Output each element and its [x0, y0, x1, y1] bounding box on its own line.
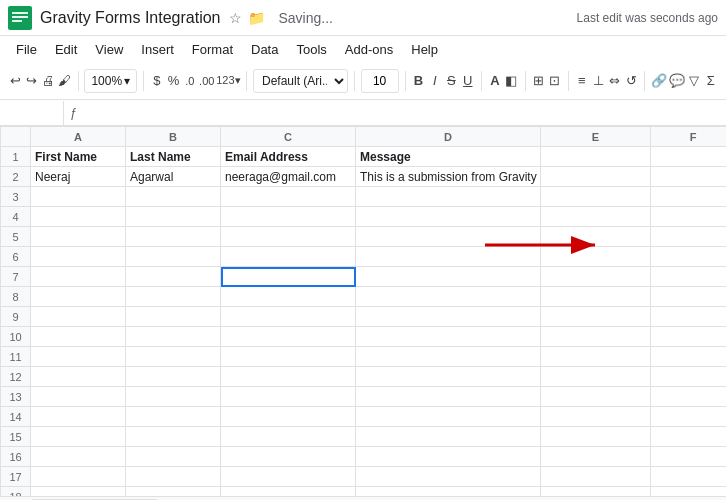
data-cell[interactable]	[31, 247, 126, 267]
data-cell[interactable]	[651, 407, 727, 427]
data-cell[interactable]	[541, 327, 651, 347]
data-cell[interactable]	[221, 407, 356, 427]
data-cell[interactable]	[126, 247, 221, 267]
data-cell[interactable]	[541, 347, 651, 367]
data-cell[interactable]	[126, 367, 221, 387]
data-cell[interactable]	[651, 367, 727, 387]
halign-button[interactable]: ≡	[575, 69, 589, 93]
data-cell[interactable]	[221, 267, 356, 287]
zoom-select[interactable]: 100% ▾	[84, 69, 137, 93]
data-cell[interactable]	[221, 347, 356, 367]
data-cell[interactable]	[31, 187, 126, 207]
data-cell[interactable]	[356, 467, 541, 487]
data-cell[interactable]	[221, 487, 356, 497]
menu-file[interactable]: File	[8, 40, 45, 59]
menu-insert[interactable]: Insert	[133, 40, 182, 59]
decimal-decrease-button[interactable]: .0	[183, 69, 197, 93]
paint-format-button[interactable]: 🖌	[57, 69, 71, 93]
star-icon[interactable]: ☆	[229, 10, 242, 26]
data-cell[interactable]	[221, 207, 356, 227]
data-cell[interactable]	[126, 467, 221, 487]
data-cell[interactable]	[31, 487, 126, 497]
col-header-c[interactable]: C	[221, 127, 356, 147]
col-header-b[interactable]: B	[126, 127, 221, 147]
data-cell[interactable]	[31, 367, 126, 387]
data-cell[interactable]	[541, 227, 651, 247]
data-cell[interactable]	[651, 347, 727, 367]
data-cell[interactable]	[221, 187, 356, 207]
data-cell[interactable]	[651, 447, 727, 467]
strikethrough-button[interactable]: S	[444, 69, 458, 93]
data-cell[interactable]	[126, 387, 221, 407]
data-cell[interactable]	[221, 387, 356, 407]
data-cell[interactable]	[31, 267, 126, 287]
data-cell[interactable]	[651, 387, 727, 407]
data-cell[interactable]	[31, 227, 126, 247]
data-cell[interactable]	[221, 307, 356, 327]
data-cell[interactable]	[651, 327, 727, 347]
data-cell[interactable]	[541, 427, 651, 447]
data-cell[interactable]	[31, 467, 126, 487]
data-cell[interactable]	[541, 207, 651, 227]
data-cell[interactable]	[126, 267, 221, 287]
text-color-button[interactable]: A	[488, 69, 502, 93]
menu-format[interactable]: Format	[184, 40, 241, 59]
valign-button[interactable]: ⊥	[591, 69, 605, 93]
data-cell[interactable]	[221, 227, 356, 247]
data-cell[interactable]: This is a submission from Gravity Form	[356, 167, 541, 187]
data-cell[interactable]	[221, 247, 356, 267]
data-cell[interactable]	[31, 407, 126, 427]
fill-color-button[interactable]: ◧	[504, 69, 518, 93]
data-cell[interactable]	[541, 307, 651, 327]
data-cell[interactable]	[651, 147, 727, 167]
data-cell[interactable]	[126, 447, 221, 467]
data-cell[interactable]	[651, 427, 727, 447]
data-cell[interactable]: Neeraj	[31, 167, 126, 187]
data-cell[interactable]	[541, 247, 651, 267]
data-cell[interactable]: Message	[356, 147, 541, 167]
data-cell[interactable]	[31, 447, 126, 467]
data-cell[interactable]	[651, 227, 727, 247]
data-cell[interactable]	[651, 207, 727, 227]
data-cell[interactable]	[651, 247, 727, 267]
comment-button[interactable]: 💬	[669, 69, 685, 93]
data-cell[interactable]	[126, 427, 221, 447]
col-header-f[interactable]: F	[651, 127, 727, 147]
filter-button[interactable]: ▽	[687, 69, 701, 93]
data-cell[interactable]	[31, 387, 126, 407]
data-cell[interactable]	[356, 367, 541, 387]
data-cell[interactable]	[651, 287, 727, 307]
data-cell[interactable]	[126, 327, 221, 347]
data-cell[interactable]	[541, 147, 651, 167]
menu-help[interactable]: Help	[403, 40, 446, 59]
data-cell[interactable]	[356, 347, 541, 367]
col-header-a[interactable]: A	[31, 127, 126, 147]
data-cell[interactable]: Email Address	[221, 147, 356, 167]
data-cell[interactable]	[126, 347, 221, 367]
data-cell[interactable]	[356, 427, 541, 447]
data-cell[interactable]	[356, 487, 541, 497]
data-cell[interactable]	[31, 287, 126, 307]
data-cell[interactable]	[541, 407, 651, 427]
col-header-d[interactable]: D	[356, 127, 541, 147]
data-cell[interactable]	[541, 467, 651, 487]
borders-button[interactable]: ⊞	[531, 69, 545, 93]
data-cell[interactable]	[651, 467, 727, 487]
formula-input[interactable]	[83, 101, 726, 125]
data-cell[interactable]	[541, 387, 651, 407]
textwrap-button[interactable]: ⇔	[608, 69, 622, 93]
folder-icon[interactable]: 📁	[248, 10, 265, 26]
data-cell[interactable]	[126, 187, 221, 207]
font-family-select[interactable]: Default (Ari...	[253, 69, 348, 93]
bold-button[interactable]: B	[411, 69, 425, 93]
redo-button[interactable]: ↪	[24, 69, 38, 93]
data-cell[interactable]	[651, 487, 727, 497]
font-size-input[interactable]	[361, 69, 399, 93]
data-cell[interactable]: First Name	[31, 147, 126, 167]
data-cell[interactable]	[541, 187, 651, 207]
menu-data[interactable]: Data	[243, 40, 286, 59]
data-cell[interactable]	[356, 447, 541, 467]
data-cell[interactable]	[126, 407, 221, 427]
merge-button[interactable]: ⊡	[548, 69, 562, 93]
col-header-e[interactable]: E	[541, 127, 651, 147]
